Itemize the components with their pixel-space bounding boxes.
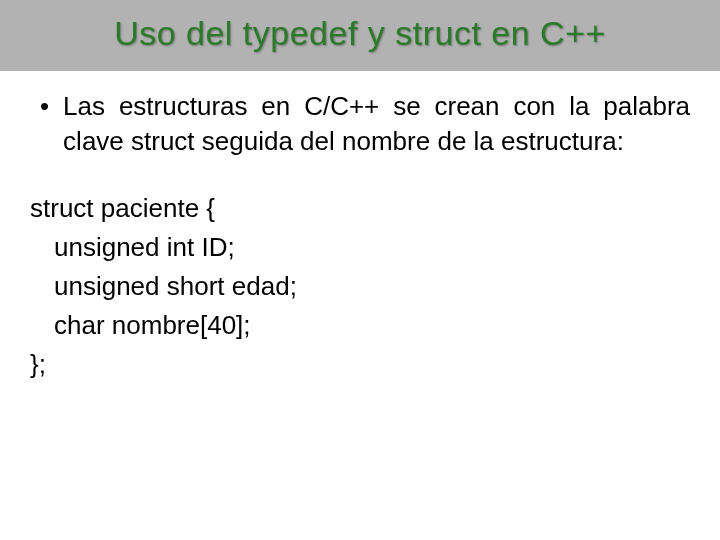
content-area: • Las estructuras en C/C++ se crean con … [0,71,720,384]
bullet-marker-icon: • [30,89,63,124]
bullet-text: Las estructuras en C/C++ se crean con la… [63,89,690,159]
bullet-item: • Las estructuras en C/C++ se crean con … [30,89,690,159]
code-block: struct paciente { unsigned int ID; unsig… [30,189,690,384]
code-line-5: }; [30,345,690,384]
code-line-3: unsigned short edad; [30,267,690,306]
code-line-4: char nombre[40]; [30,306,690,345]
code-line-2: unsigned int ID; [30,228,690,267]
code-line-1: struct paciente { [30,189,690,228]
slide-title: Uso del typedef y struct en C++ [20,14,700,53]
title-bar: Uso del typedef y struct en C++ [0,0,720,71]
